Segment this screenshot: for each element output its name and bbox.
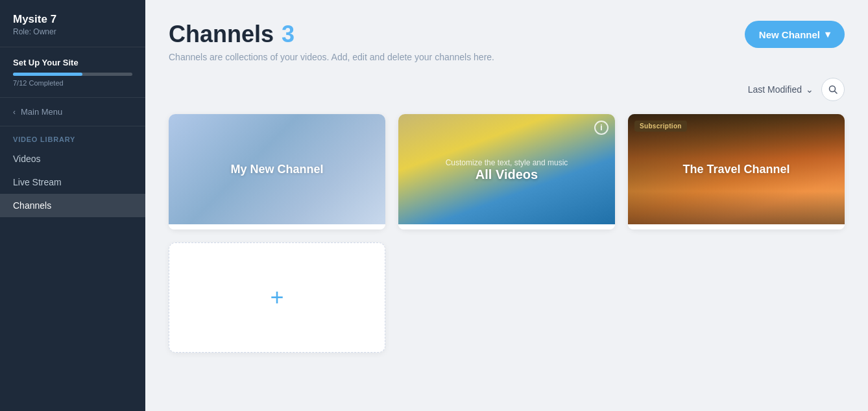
channel-name-my-new-channel: My New Channel — [220, 163, 333, 176]
sidebar-item-videos-label: Videos — [13, 154, 41, 164]
channel-footer-my-new-channel — [169, 224, 385, 229]
setup-section[interactable]: Set Up Your Site 7/12 Completed — [0, 47, 145, 98]
new-channel-chevron-icon: ▾ — [825, 29, 830, 40]
all-videos-sub-text: Customize the text, style and music — [446, 158, 568, 167]
sidebar-item-live-stream-label: Live Stream — [13, 177, 62, 187]
subscription-badge: Subscription — [634, 121, 687, 132]
setup-label: Set Up Your Site — [13, 58, 132, 67]
channels-grid: My New Channel i Customize the text, sty… — [169, 114, 845, 353]
channel-name-travel: The Travel Channel — [672, 163, 800, 176]
page-title-text: Channels — [169, 21, 274, 48]
site-role: Role: Owner — [13, 27, 132, 36]
search-icon — [828, 84, 838, 95]
sort-dropdown[interactable]: Last Modified ⌄ — [748, 84, 814, 95]
sidebar-item-videos[interactable]: Videos — [0, 147, 145, 170]
progress-bar-bg — [13, 73, 132, 76]
all-videos-overlay: Customize the text, style and music All … — [435, 157, 579, 182]
chevron-left-icon: ‹ — [13, 108, 16, 117]
channel-card-all-videos[interactable]: i Customize the text, style and music Al… — [398, 114, 615, 229]
svg-line-1 — [835, 91, 838, 94]
channel-card-my-new-channel[interactable]: My New Channel — [169, 114, 385, 229]
sort-bar: Last Modified ⌄ — [169, 78, 845, 101]
page-title-area: Channels 3 Channels are collections of y… — [169, 21, 494, 62]
new-channel-label: New Channel — [759, 29, 820, 40]
main-menu-label: Main Menu — [21, 107, 62, 117]
sidebar-header: Mysite 7 Role: Owner — [0, 0, 145, 47]
progress-bar-fill — [13, 73, 82, 76]
sidebar: Mysite 7 Role: Owner Set Up Your Site 7/… — [0, 0, 145, 411]
channel-thumbnail-all-videos: i Customize the text, style and music Al… — [398, 114, 615, 224]
channel-count: 3 — [282, 21, 295, 48]
add-channel-icon: + — [270, 286, 283, 309]
channel-thumbnail-travel: Subscription The Travel Channel — [628, 114, 845, 224]
sidebar-item-live-stream[interactable]: Live Stream — [0, 170, 145, 194]
all-videos-name: All Videos — [446, 167, 568, 182]
info-icon: i — [594, 121, 609, 135]
sort-label: Last Modified — [748, 84, 802, 95]
main-menu-button[interactable]: ‹ Main Menu — [0, 98, 145, 126]
channel-thumbnail-my-new-channel: My New Channel — [169, 114, 385, 224]
page-description: Channels are collections of your videos.… — [169, 52, 494, 62]
new-channel-button[interactable]: New Channel ▾ — [745, 21, 845, 48]
video-library-label: Video Library — [0, 126, 145, 147]
site-name: Mysite 7 — [13, 13, 132, 26]
channel-footer-travel — [628, 224, 845, 229]
progress-text: 7/12 Completed — [13, 79, 132, 87]
sidebar-item-channels-label: Channels — [13, 200, 51, 211]
page-title: Channels 3 — [169, 21, 494, 48]
sort-chevron-icon: ⌄ — [806, 84, 814, 95]
search-icon-button[interactable] — [821, 78, 845, 101]
add-channel-card[interactable]: + — [169, 242, 385, 353]
channel-card-travel[interactable]: Subscription The Travel Channel — [628, 114, 845, 229]
main-content: Channels 3 Channels are collections of y… — [145, 0, 868, 411]
sidebar-item-channels[interactable]: Channels — [0, 194, 145, 217]
page-header: Channels 3 Channels are collections of y… — [169, 21, 845, 62]
channel-footer-all-videos — [398, 224, 615, 229]
